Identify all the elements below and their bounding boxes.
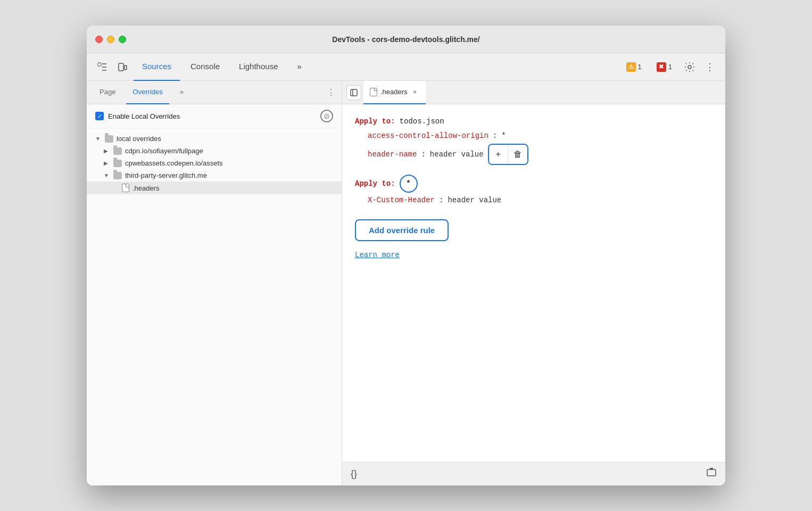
add-override-button[interactable]: Add override rule xyxy=(355,219,449,241)
asterisk-badge[interactable]: * xyxy=(400,175,418,193)
tree-item-local-overrides[interactable]: ▼ local overrides xyxy=(87,133,342,145)
settings-icon[interactable] xyxy=(681,58,699,76)
add-override-line: Add override rule xyxy=(355,213,712,245)
arrow-icon: ▶ xyxy=(104,148,110,154)
header-key-1: access-control-allow-origin xyxy=(368,129,488,143)
enable-overrides-checkbox[interactable]: ✓ xyxy=(95,112,104,120)
learn-more-link[interactable]: Learn more xyxy=(355,249,400,262)
delete-header-button[interactable]: 🗑 xyxy=(508,145,527,164)
apply-to-value-1: todos.json xyxy=(400,115,444,128)
window-title: DevTools - cors-demo-devtools.glitch.me/ xyxy=(332,35,479,44)
maximize-button[interactable] xyxy=(119,36,126,43)
code-editor: Apply to: todos.json access-control-allo… xyxy=(342,104,725,462)
main-toolbar: Sources Console Lighthouse » ⚠ 1 ✖ 1 ⋮ xyxy=(87,53,725,81)
svg-rect-7 xyxy=(710,468,713,469)
device-toggle-icon[interactable] xyxy=(113,58,131,76)
file-tab-label: .headers xyxy=(380,88,408,96)
svg-rect-4 xyxy=(351,89,357,96)
tree-item-cdpn[interactable]: ▶ cdpn.io/sofiayem/fullpage xyxy=(87,145,342,157)
warning-icon: ⚠ xyxy=(626,62,636,72)
file-tabs: .headers × xyxy=(342,81,725,104)
tree-item-cpwebassets[interactable]: ▶ cpwebassets.codepen.io/assets xyxy=(87,157,342,169)
traffic-lights xyxy=(95,36,126,43)
arrow-icon: ▼ xyxy=(104,172,110,178)
header-key-3: X-Custom-Header xyxy=(368,194,435,207)
header-key-2: header-name xyxy=(368,148,417,161)
header-value-2: header value xyxy=(430,148,484,161)
header-line-2: header-name : header value + 🗑 xyxy=(368,144,712,165)
folder-icon xyxy=(105,135,113,143)
bottom-bar: {} xyxy=(342,462,725,485)
svg-rect-6 xyxy=(707,469,716,476)
header-action-buttons: + 🗑 xyxy=(488,144,528,165)
tab-sources[interactable]: Sources xyxy=(134,53,180,81)
header-line-3: X-Custom-Header : header value xyxy=(368,194,712,207)
file-tree: ▼ local overrides ▶ cdpn.io/sofiayem/ful… xyxy=(87,128,342,485)
format-code-icon[interactable]: {} xyxy=(351,468,357,480)
error-badge[interactable]: ✖ 1 xyxy=(651,60,677,74)
svg-rect-0 xyxy=(98,63,101,66)
panel-tabs: Page Overrides » ⋮ xyxy=(87,81,342,104)
sidebar-toggle-icon[interactable] xyxy=(346,85,361,100)
minimize-button[interactable] xyxy=(107,36,114,43)
header-colon-3: : xyxy=(439,194,443,207)
clear-overrides-button[interactable]: ⊘ xyxy=(320,110,333,122)
folder-icon xyxy=(113,172,122,179)
tab-page[interactable]: Page xyxy=(93,81,122,104)
tab-panel-more[interactable]: » xyxy=(173,81,190,104)
main-content: Page Overrides » ⋮ ✓ Enable Local Overri… xyxy=(87,81,725,485)
devtools-window: DevTools - cors-demo-devtools.glitch.me/… xyxy=(87,26,725,485)
close-button[interactable] xyxy=(95,36,103,43)
tab-more[interactable]: » xyxy=(288,53,310,81)
apply-to-keyword-1: Apply to: xyxy=(355,115,395,128)
folder-icon xyxy=(113,147,122,155)
apply-to-line-1: Apply to: todos.json xyxy=(355,115,712,128)
warning-badge[interactable]: ⚠ 1 xyxy=(621,60,647,74)
panel-options-icon[interactable]: ⋮ xyxy=(327,87,335,97)
tab-console[interactable]: Console xyxy=(182,53,228,81)
overrides-header: ✓ Enable Local Overrides ⊘ xyxy=(87,104,342,128)
add-header-button[interactable]: + xyxy=(489,145,508,164)
tab-overrides[interactable]: Overrides xyxy=(126,81,169,104)
apply-to-line-2: Apply to: * xyxy=(355,175,712,193)
tree-item-headers-file[interactable]: ▶ .headers xyxy=(87,182,342,194)
svg-rect-2 xyxy=(125,65,127,70)
tab-lighthouse[interactable]: Lighthouse xyxy=(230,53,286,81)
file-tab-close-icon[interactable]: × xyxy=(411,88,419,96)
header-colon-1: : xyxy=(493,129,497,143)
more-options-icon[interactable]: ⋮ xyxy=(701,58,719,76)
folder-icon xyxy=(113,160,122,167)
overrides-label: Enable Local Overrides xyxy=(108,112,316,120)
header-colon-2: : xyxy=(421,148,425,161)
error-icon: ✖ xyxy=(657,62,666,72)
file-icon xyxy=(122,184,129,192)
file-tab-headers[interactable]: .headers × xyxy=(363,81,426,104)
right-panel: .headers × Apply to: todos.json access-c… xyxy=(342,81,725,485)
apply-to-keyword-2: Apply to: xyxy=(355,177,395,191)
title-bar: DevTools - cors-demo-devtools.glitch.me/ xyxy=(87,26,725,53)
error-count: 1 xyxy=(668,63,672,71)
svg-point-3 xyxy=(688,65,691,69)
screenshot-icon[interactable] xyxy=(706,467,717,481)
svg-rect-1 xyxy=(119,63,123,71)
inspect-icon[interactable] xyxy=(93,58,111,76)
tree-item-third-party[interactable]: ▼ third-party-server.glitch.me xyxy=(87,169,342,182)
arrow-icon: ▶ xyxy=(104,160,110,166)
learn-more-line: Learn more xyxy=(355,246,712,262)
file-tab-icon xyxy=(370,88,377,96)
warning-count: 1 xyxy=(638,63,642,71)
header-line-1: access-control-allow-origin : * xyxy=(368,129,712,143)
header-value-1: * xyxy=(501,129,506,143)
left-panel: Page Overrides » ⋮ ✓ Enable Local Overri… xyxy=(87,81,342,485)
header-value-3: header value xyxy=(448,194,501,207)
arrow-icon: ▼ xyxy=(95,136,102,142)
